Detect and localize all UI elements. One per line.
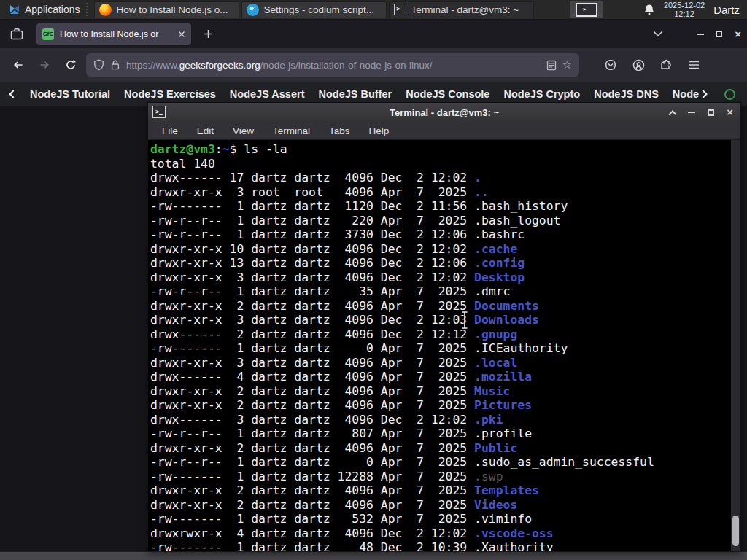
listing-prefix: drwxr-xr-x 3 dartz dartz 4096 Dec 2 12:0… [150,313,474,327]
listing-prefix: -rw-r--r-- 1 dartz dartz 35 Apr 7 2025 [150,284,474,298]
lock-icon[interactable] [110,59,120,71]
listing-prefix: drwxr-xr-x 2 dartz dartz 4096 Apr 7 2025 [150,498,474,512]
menu-button[interactable] [683,54,705,76]
new-tab-button[interactable] [197,23,219,45]
list-all-tabs-button[interactable] [647,23,669,45]
terminal-close-button[interactable]: × [727,109,733,116]
nav-item-assert[interactable]: NodeJS Assert [230,88,305,100]
menu-help[interactable]: Help [360,125,399,136]
listing-prefix: drwxr-xr-x 10 dartz dartz 4096 Dec 2 12:… [150,242,474,256]
menu-edit[interactable]: Edit [187,125,223,136]
user-menu[interactable]: Dartz [713,4,740,16]
listing-filename: .pki [474,413,503,427]
menu-tabs[interactable]: Tabs [320,125,360,136]
extensions-button[interactable] [655,54,677,76]
listing-filename: Documents [474,299,539,313]
terminal-listing-row: -rw------- 1 dartz dartz 532 Apr 7 2025 … [150,512,730,526]
terminal-title-bar[interactable]: >_ Terminal - dartz@vm3: ~ × [148,103,740,122]
terminal-listing-row: drwxr-xr-x 3 dartz dartz 4096 Dec 2 12:0… [150,271,730,285]
listing-filename: Videos [474,498,517,512]
listing-filename: .ICEauthority [474,341,568,355]
terminal-shade-button[interactable] [669,110,677,118]
taskbar-window-label: How to Install Node.js o... [117,4,228,15]
listing-filename: .gnupg [474,327,517,341]
terminal-listing-row: drwxr-xr-x 2 dartz dartz 4096 Apr 7 2025… [150,483,730,498]
listing-prefix: drwxr-xr-x 13 dartz dartz 4096 Dec 2 12:… [150,256,474,270]
nav-item-exercises[interactable]: NodeJS Exercises [124,88,216,100]
taskbar-window-label: Terminal - dartz@vm3: ~ [411,4,519,15]
pocket-button[interactable] [600,54,622,76]
chevron-down-icon [653,31,663,37]
taskbar-window-terminal[interactable]: >_ Terminal - dartz@vm3: ~ [389,1,534,18]
terminal-listing: drwx------ 17 dartz dartz 4096 Dec 2 12:… [150,171,730,551]
menu-view[interactable]: View [223,125,263,136]
terminal-listing-row: drwxr-xr-x 3 dartz dartz 4096 Apr 7 2025… [150,356,730,370]
terminal-listing-row: drwxr-xr-x 2 dartz dartz 4096 Apr 7 2025… [150,441,730,456]
taskbar-window-firefox[interactable]: How to Install Node.js o... [94,1,239,18]
terminal-listing-row: drwxr-xr-x 2 dartz dartz 4096 Apr 7 2025… [150,299,730,314]
terminal-listing-row: drwx------ 17 dartz dartz 4096 Dec 2 12:… [150,171,730,185]
terminal-content[interactable]: dartz@vm3:~$ ls -la total 140 drwx------… [148,140,740,551]
menu-file[interactable]: File [152,125,187,136]
window-maximize-button[interactable] [716,31,722,37]
terminal-listing-row: -rw-r--r-- 1 dartz dartz 3730 Dec 2 12:0… [150,228,730,242]
listing-filename: .. [474,185,489,199]
listing-filename: .bashrc [474,228,525,241]
listing-prefix: drwx------ 3 dartz dartz 4096 Dec 2 12:0… [150,413,474,427]
terminal-listing-row: -rw------- 1 dartz dartz 0 Apr 7 2025 .I… [150,341,730,356]
tracking-shield-icon[interactable] [93,59,104,71]
back-arrow-icon [12,59,24,71]
firefox-icon [99,4,112,16]
search-icon[interactable] [724,89,735,100]
nav-scroll-right-icon[interactable] [699,90,707,98]
menu-terminal[interactable]: Terminal [263,125,320,136]
nav-item-crypto[interactable]: NodeJS Crypto [503,88,580,100]
workspace-switcher[interactable]: >_ [570,1,603,18]
terminal-listing-row: -rw-r--r-- 1 dartz dartz 35 Apr 7 2025 .… [150,284,730,299]
plus-icon [204,29,213,39]
nav-item-truncated[interactable]: Node [673,88,706,100]
url-bar[interactable]: https://www.geeksforgeeks.org/node-js/in… [86,53,579,77]
window-close-button[interactable]: × [735,31,741,38]
terminal-scrollbar-thumb[interactable] [732,516,739,546]
account-button[interactable] [627,54,649,76]
firefox-view-button[interactable] [6,23,28,45]
bookmark-star-icon[interactable]: ☆ [562,58,572,71]
prompt-cwd: ~ [222,142,230,156]
reader-mode-icon[interactable] [546,60,557,71]
listing-filename: .Xauthority [474,540,554,551]
terminal-listing-row: drwx------ 3 dartz dartz 4096 Dec 2 12:0… [150,413,730,427]
nav-item-tutorial[interactable]: NodeJS Tutorial [30,88,110,100]
applications-menu-button[interactable]: Applications [6,0,83,20]
terminal-scrollbar[interactable] [731,140,740,551]
tab-close-icon[interactable] [178,31,185,38]
listing-prefix: -rw------- 1 dartz dartz 532 Apr 7 2025 [150,512,474,526]
forward-button[interactable] [34,54,55,76]
terminal-listing-row: drwxr-xr-x 10 dartz dartz 4096 Dec 2 12:… [150,242,730,257]
listing-prefix: drwx------ 17 dartz dartz 4096 Dec 2 12:… [150,171,474,184]
taskbar-window-codium[interactable]: Settings - codium script... [241,1,387,18]
terminal-listing-row: drwxr-xr-x 2 dartz dartz 4096 Apr 7 2025… [150,398,730,413]
nav-item-dns[interactable]: NodeJS DNS [594,88,659,100]
firefox-view-icon [10,28,23,40]
workspace-window-thumb: >_ [576,3,597,17]
nav-item-buffer[interactable]: NodeJS Buffer [318,88,392,100]
nav-scroll-left-icon[interactable] [9,90,17,98]
browser-tab-active[interactable]: GfG How to Install Node.js or [36,23,191,45]
hamburger-menu-icon [689,61,700,69]
back-button[interactable] [7,54,29,76]
window-minimize-button[interactable] [697,34,704,35]
terminal-listing-row: drwxr-xr-x 3 root root 4096 Apr 7 2025 .… [150,185,730,200]
listing-filename: Pictures [474,398,532,412]
listing-filename: .bash_history [474,199,568,213]
listing-filename: Music [474,384,510,398]
reload-button[interactable] [60,54,82,76]
notification-bell-icon[interactable] [643,4,655,16]
terminal-listing-row: -rw-r--r-- 1 dartz dartz 807 Apr 7 2025 … [150,427,730,441]
terminal-title: Terminal - dartz@vm3: ~ [390,107,499,118]
nav-item-console[interactable]: NodeJS Console [406,88,489,100]
terminal-icon: >_ [152,106,166,118]
panel-clock[interactable]: 2025-12-02 12:12 [664,1,705,18]
terminal-maximize-button[interactable] [708,109,714,116]
terminal-minimize-button[interactable] [688,112,695,113]
